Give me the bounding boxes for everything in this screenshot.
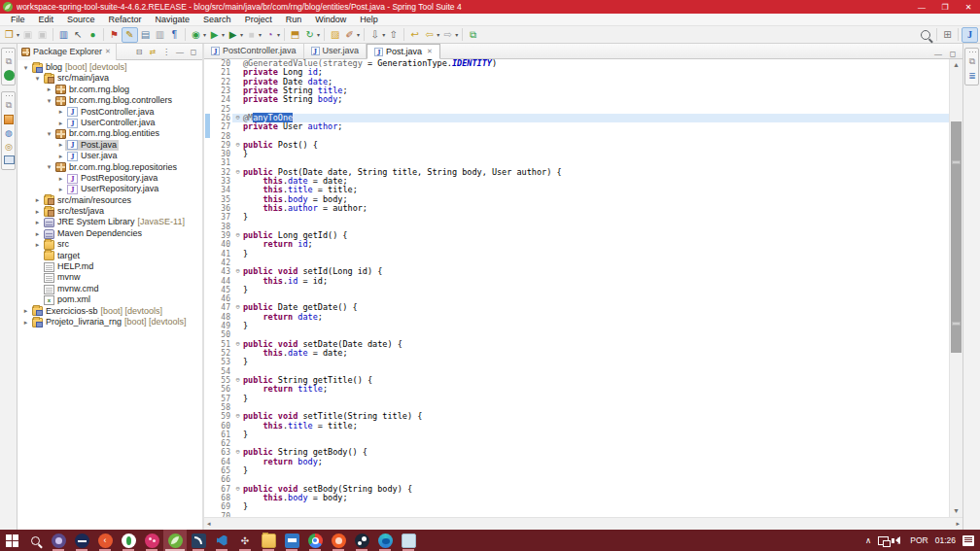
chevron-right-icon[interactable]: ▸ xyxy=(21,319,30,327)
tree-item-projeto-livraria-rng[interactable]: ▸Projeto_livraria_rng [boot] [devtools] xyxy=(18,317,202,327)
mini-search-file-icon[interactable]: ◎ xyxy=(2,140,16,153)
menu-file[interactable]: File xyxy=(4,14,32,26)
code-line-36[interactable]: 36 this.author = author; xyxy=(211,204,949,213)
menu-window[interactable]: Window xyxy=(308,14,353,26)
chevron-right-icon[interactable]: ▸ xyxy=(56,141,65,149)
open-perspective-icon[interactable]: ⊞ xyxy=(940,27,955,43)
app-leaf-white-icon[interactable] xyxy=(117,530,140,551)
postman-icon[interactable] xyxy=(327,530,350,551)
tree-item-br-com-rng-blog-entities[interactable]: ▾br.com.rng.blog.entities xyxy=(18,128,202,139)
code-line-44[interactable]: 44 this.id = id; xyxy=(211,277,949,286)
fold-collapse-icon[interactable]: ⊖ xyxy=(232,412,243,421)
chevron-right-icon[interactable]: ▸ xyxy=(56,153,65,160)
network-icon[interactable] xyxy=(878,536,889,545)
open-folder-icon[interactable]: ▨ xyxy=(328,27,342,43)
editor-tab-postcontroller-java[interactable]: PostController.java xyxy=(204,43,304,58)
code-line-24[interactable]: 24private String body; xyxy=(211,95,949,104)
chevron-down-icon[interactable]: ▾ xyxy=(45,130,53,138)
code-line-68[interactable]: 68 this.body = body; xyxy=(211,494,949,502)
mini-orange-view-icon[interactable] xyxy=(2,113,16,125)
back-icon[interactable]: ⇦▾ xyxy=(422,27,440,43)
editor-tab-post-java[interactable]: Post.java✕ xyxy=(367,44,440,59)
tree-item-maven-dependencies[interactable]: ▸Maven Dependencies xyxy=(18,228,202,239)
tree-item-usercontroller-java[interactable]: ▸UserController.java xyxy=(18,118,202,128)
code-line-52[interactable]: 52 this.date = date; xyxy=(211,349,949,358)
chevron-right-icon[interactable]: ▸ xyxy=(56,175,65,183)
code-line-60[interactable]: 60 this.title = title; xyxy=(211,422,949,430)
profile-icon[interactable]: ◔▾ xyxy=(262,27,281,43)
tab-package-explorer[interactable]: Package Explorer ✕ xyxy=(18,44,117,60)
minimize-button[interactable]: — xyxy=(910,0,933,14)
menu-edit[interactable]: Edit xyxy=(32,14,61,26)
code-line-48[interactable]: 48 return date; xyxy=(211,313,949,322)
chevron-down-icon[interactable]: ▾ xyxy=(45,163,53,171)
tree-item-postcontroller-java[interactable]: ▸PostController.java xyxy=(18,107,202,118)
menu-run[interactable]: Run xyxy=(279,14,309,26)
scroll-down-icon[interactable]: ▼ xyxy=(950,505,962,517)
app-blue-window-icon[interactable] xyxy=(280,530,303,551)
code-line-53[interactable]: 53} xyxy=(211,358,949,366)
tree-item-src-main-java[interactable]: ▾src/main/java xyxy=(18,73,202,84)
chevron-right-icon[interactable]: ▸ xyxy=(33,230,42,238)
scroll-right-icon[interactable]: ▸ xyxy=(956,520,960,528)
app-dark-arc-icon[interactable] xyxy=(187,530,210,551)
code-line-39[interactable]: 39⊖public Long getId() { xyxy=(211,231,949,240)
tree-item-blog[interactable]: ▾blog [boot] [devtools] xyxy=(18,62,202,73)
close-view-icon[interactable]: ✕ xyxy=(105,48,111,55)
menu-search[interactable]: Search xyxy=(196,14,238,26)
app-navy-icon[interactable] xyxy=(70,530,93,551)
vertical-scrollbar[interactable]: ▲ ▼ xyxy=(949,59,962,517)
new-java-project-icon[interactable]: ⬒ xyxy=(288,27,302,43)
chevron-down-icon[interactable]: ▾ xyxy=(33,75,42,83)
restore-views-icon[interactable]: ⧉ xyxy=(965,55,979,68)
horizontal-scrollbar[interactable]: ◂ ▸ xyxy=(204,517,962,530)
java-perspective-icon[interactable]: J xyxy=(962,27,978,43)
previous-annotation-icon[interactable]: ⇧ xyxy=(386,27,401,43)
chevron-right-icon[interactable]: ▸ xyxy=(33,219,42,226)
fold-collapse-icon[interactable]: ⊖ xyxy=(232,168,243,177)
chrome-icon[interactable] xyxy=(303,530,327,551)
code-line-30[interactable]: 30} xyxy=(211,150,949,158)
save-all-icon[interactable]: ▣ xyxy=(35,27,50,43)
code-line-61[interactable]: 61} xyxy=(211,430,949,439)
minimize-editor-icon[interactable]: — xyxy=(932,50,944,58)
restore-button[interactable]: ❐ xyxy=(933,0,957,14)
tree-item-mvnw[interactable]: mvnw xyxy=(18,272,202,283)
code-line-56[interactable]: 56 return title; xyxy=(211,385,949,394)
close-button[interactable]: ✕ xyxy=(957,0,980,14)
tree-item-user-java[interactable]: ▸User.java xyxy=(18,151,202,161)
stop-icon[interactable]: ■▾ xyxy=(244,27,262,43)
notification-center-icon[interactable] xyxy=(962,535,974,546)
language-indicator[interactable]: POR xyxy=(910,535,928,545)
tree-item-pom-xml[interactable]: pom.xml xyxy=(18,294,202,305)
menu-navigate[interactable]: Navigate xyxy=(149,14,197,26)
code-line-64[interactable]: 64 return body; xyxy=(211,458,949,466)
code-line-25[interactable]: 25 xyxy=(211,105,949,114)
tree-item-br-com-rng-blog-controllers[interactable]: ▾br.com.rng.blog.controllers xyxy=(18,95,202,106)
tree-item-br-com-rng-blog-repositories[interactable]: ▾br.com.rng.blog.repositories xyxy=(18,162,202,173)
file-explorer-icon[interactable] xyxy=(257,530,280,551)
run-external-tools-icon[interactable]: ✐▾ xyxy=(342,27,361,43)
coverage-icon[interactable]: ▶▾ xyxy=(226,27,244,43)
tree-item-post-java[interactable]: ▸Post.java xyxy=(18,140,202,151)
code-editor[interactable]: 20@GeneratedValue(strategy = GenerationT… xyxy=(211,59,949,517)
app-red-chevron-icon[interactable]: ‹ xyxy=(93,530,117,551)
scroll-up-icon[interactable]: ▲ xyxy=(950,59,962,71)
tree-item-src-test-java[interactable]: ▸src/test/java xyxy=(18,206,202,217)
search-icon[interactable] xyxy=(920,27,933,43)
code-line-57[interactable]: 57} xyxy=(211,395,949,403)
boot-dashboard-icon[interactable]: ▥ xyxy=(56,27,71,43)
steam-icon[interactable] xyxy=(350,530,373,551)
code-line-29[interactable]: 29⊖public Post() { xyxy=(211,141,949,150)
debug-icon[interactable]: ◉▾ xyxy=(189,27,207,43)
tree-item-target[interactable]: target xyxy=(18,251,202,261)
overview-marker[interactable] xyxy=(952,160,961,164)
tree-item-userrepository-java[interactable]: ▸UserRepository.java xyxy=(18,184,202,194)
link-with-editor-icon[interactable]: ⧉ xyxy=(466,27,480,43)
chevron-right-icon[interactable]: ▸ xyxy=(45,86,53,93)
javadoc-icon[interactable]: ▥ xyxy=(153,27,167,43)
new-wizard-icon[interactable]: ❒▾ xyxy=(2,27,20,43)
run-icon[interactable]: ▶▾ xyxy=(207,27,226,43)
pin-editor-icon[interactable]: ⚑ xyxy=(107,27,122,43)
tree-item-exercicios-sb[interactable]: ▸Exercicios-sb [boot] [devtools] xyxy=(18,306,202,317)
